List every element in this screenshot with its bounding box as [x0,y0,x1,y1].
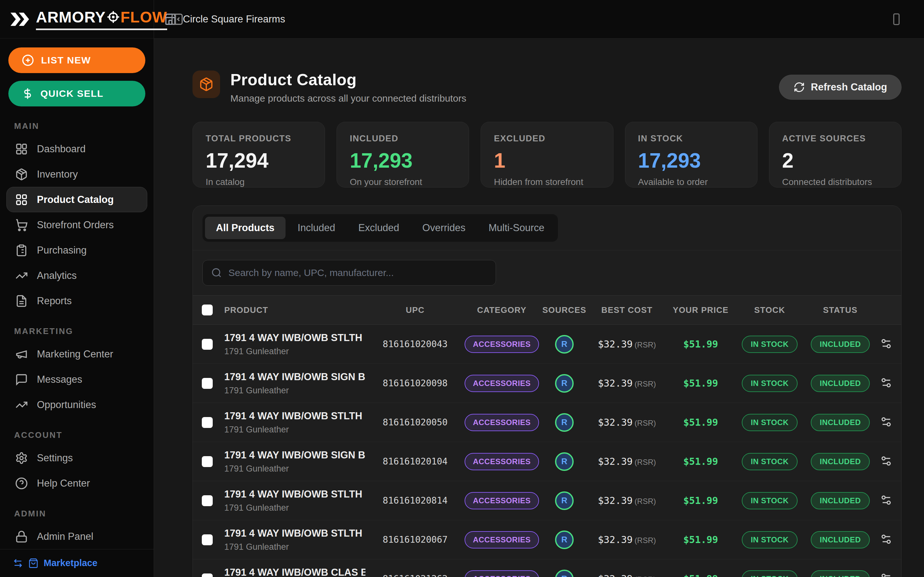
product-name: 1791 4 WAY IWB/OWB STLTH BL... [224,332,365,343]
sidebar-item-label: Marketing Center [37,348,113,360]
table-row: 1791 4 WAY IWB/OWB CLAS BRN... 1791 Gunl… [193,559,901,577]
row-settings-icon[interactable] [880,377,892,389]
table-row: 1791 4 WAY IWB/OWB SIGN BRN ... 1791 Gun… [193,442,901,481]
row-checkbox[interactable] [202,378,213,389]
status-badge: INCLUDED [811,335,870,353]
sidebar-item-help-center[interactable]: Help Center [6,471,147,496]
topbar: Circle Square Firearms [154,0,924,39]
table-row: 1791 4 WAY IWB/OWB SIGN BRN ... 1791 Gun… [193,364,901,403]
stat-card-total-products: TOTAL PRODUCTS 17,294 In catalog [192,122,325,187]
row-settings-icon[interactable] [880,533,892,545]
page-title: Product Catalog [230,71,466,89]
tab-included[interactable]: Included [287,217,346,239]
sidebar-item-messages[interactable]: Messages [6,367,147,392]
best-cost-value: $32.39 [598,338,632,350]
category-badge: ACCESSORIES [465,414,539,431]
source-badge: R [555,492,573,510]
row-settings-icon[interactable] [880,338,892,350]
sidebar-item-purchasing[interactable]: Purchasing [6,237,147,263]
col-your-price: YOUR PRICE [667,305,734,315]
search-box [202,260,496,285]
sidebar-item-product-catalog[interactable]: Product Catalog [6,187,147,212]
source-badge: R [555,413,573,432]
row-settings-icon[interactable] [880,416,892,428]
row-settings-icon[interactable] [880,455,892,467]
nav-marketing: Marketing Center Messages Opportunities [0,342,153,417]
tab-excluded[interactable]: Excluded [347,217,410,239]
search-icon [211,268,222,278]
sidebar-item-reports[interactable]: Reports [6,288,147,314]
sidebar-item-admin-panel[interactable]: Admin Panel [6,524,147,549]
quick-sell-button[interactable]: QUICK SELL [8,81,145,106]
list-new-button[interactable]: LIST NEW [8,47,145,73]
stat-label: IN STOCK [638,134,744,143]
row-checkbox[interactable] [202,534,213,545]
row-settings-icon[interactable] [880,494,892,506]
sidebar-item-storefront-orders[interactable]: Storefront Orders [6,212,147,237]
sidebar-item-inventory[interactable]: Inventory [6,161,147,187]
stat-value: 17,293 [350,149,456,172]
col-stock: STOCK [734,305,805,315]
sidebar-item-analytics[interactable]: Analytics [6,263,147,288]
best-cost-value: $32.39 [598,495,632,506]
tab-multi-source[interactable]: Multi-Source [478,217,556,239]
best-cost: $32.39(RSR) [587,534,667,545]
product-upc: 816161020098 [368,378,462,388]
sidebar-item-dashboard[interactable]: Dashboard [6,136,147,161]
category-badge: ACCESSORIES [465,453,539,470]
marketplace-label: Marketplace [44,558,97,568]
product-name: 1791 4 WAY IWB/OWB SIGN BRN ... [224,450,365,461]
stat-label: EXCLUDED [494,134,600,143]
source-badge: R [555,570,573,577]
sidebar-actions: LIST NEW QUICK SELL [0,39,153,106]
sidebar-item-label: Dashboard [37,143,86,155]
stat-label: INCLUDED [350,134,456,143]
your-price: $51.99 [667,378,734,389]
row-checkbox[interactable] [202,417,213,428]
tab-all-products[interactable]: All Products [205,217,286,239]
best-cost-value: $32.39 [598,534,632,545]
status-badge: INCLUDED [811,453,870,470]
package-icon [15,168,28,181]
brand-name-right: FLOW [121,8,167,26]
table-row: 1791 4 WAY IWB/OWB STLTH BL... 1791 Gunl… [193,325,901,364]
help-circle-icon [15,477,28,490]
sidebar-collapse-icon[interactable] [170,13,184,26]
stock-badge: IN STOCK [742,414,798,431]
stat-sub: Connected distributors [782,177,888,187]
smartphone-icon[interactable] [890,13,903,26]
product-manufacturer: 1791 Gunleather [224,542,368,552]
product-manufacturer: 1791 Gunleather [224,464,368,474]
product-upc: 816161021262 [368,574,462,577]
product-manufacturer: 1791 Gunleather [224,425,368,435]
stat-label: ACTIVE SOURCES [782,134,888,143]
section-label-marketing: MARKETING [14,326,153,336]
product-cell: 1791 4 WAY IWB/OWB SIGN BRN ... 1791 Gun… [224,371,368,396]
row-checkbox[interactable] [202,456,213,467]
brand-chevrons-icon [10,12,31,27]
page-header: Product Catalog Manage products across a… [192,71,901,104]
tab-overrides[interactable]: Overrides [411,217,476,239]
trending-up-icon [15,269,28,282]
marketplace-link[interactable]: Marketplace [0,550,153,572]
product-manufacturer: 1791 Gunleather [224,386,368,396]
product-name: 1791 4 WAY IWB/OWB STLTH BL... [224,410,365,422]
best-cost-value: $32.39 [598,456,632,467]
sidebar-item-marketing-center[interactable]: Marketing Center [6,342,147,367]
search-input[interactable] [228,268,487,278]
stat-card-included: INCLUDED 17,293 On your storefront [336,122,469,187]
select-all-checkbox[interactable] [202,305,213,316]
status-badge: INCLUDED [811,531,870,548]
row-checkbox[interactable] [202,574,213,577]
row-settings-icon[interactable] [880,572,892,577]
catalog-panel: All Products Included Excluded Overrides… [192,205,901,577]
product-cell: 1791 4 WAY IWB/OWB STLTH BL... 1791 Gunl… [224,488,368,513]
row-checkbox[interactable] [202,495,213,506]
row-actions [880,455,892,468]
row-checkbox[interactable] [202,339,213,350]
file-text-icon [15,295,28,308]
cost-source: (RSR) [635,575,656,577]
sidebar-item-opportunities[interactable]: Opportunities [6,392,147,417]
refresh-catalog-button[interactable]: Refresh Catalog [779,75,901,100]
sidebar-item-settings[interactable]: Settings [6,445,147,471]
